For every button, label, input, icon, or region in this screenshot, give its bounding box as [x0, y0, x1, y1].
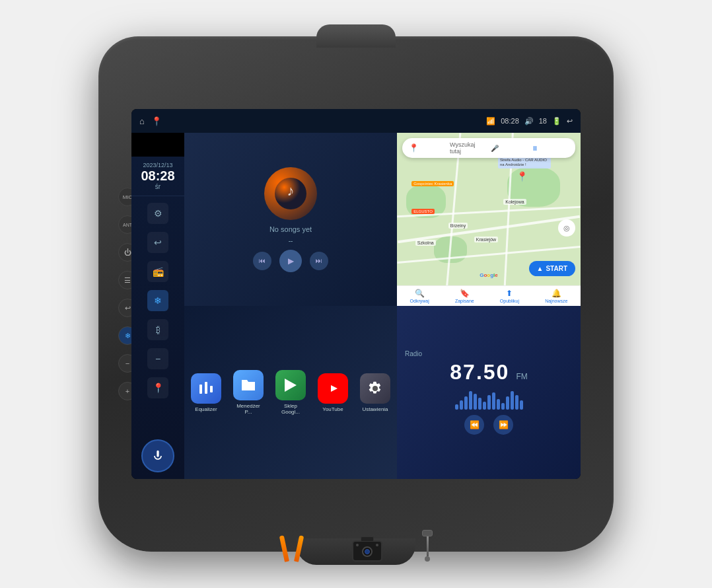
dash-text: --: [289, 237, 293, 244]
radio-label: Radio: [405, 350, 422, 357]
screen: ⌂ 📍 📶 08:28 🔊 18 🔋 ↩ 2023/12/13 08:28 śr: [131, 109, 581, 479]
sidebar-location-btn[interactable]: 📍: [147, 377, 168, 398]
prev-button[interactable]: ⏮: [253, 252, 271, 270]
sidebar-voldown-btn[interactable]: −: [147, 348, 168, 369]
radio-band: FM: [516, 372, 527, 381]
app-equalizer-icon: [191, 373, 221, 404]
left-sidebar: 2023/12/13 08:28 śr ⚙ ↩ 📻 ❄ ₿ − 📍: [131, 157, 184, 479]
map-bottom-nav: 🔍 Odkrywaj 🔖 Zapisane ⬆ Opublikuj: [397, 285, 581, 306]
play-button[interactable]: ▶: [279, 250, 302, 272]
map-nav-odkrywaj[interactable]: 🔍 Odkrywaj: [410, 289, 429, 303]
battery-icon: 🔋: [552, 117, 561, 126]
map-background: Gospciniec Krasienka ELGUSTO Brzeiny Szk…: [397, 133, 581, 306]
next-button[interactable]: ⏭: [310, 252, 328, 270]
radio-prev-button[interactable]: ⏪: [464, 415, 484, 435]
map-pause-icon[interactable]: ⏸: [532, 145, 569, 152]
map-search-bar[interactable]: 📍 Wyszukaj tutaj 🎤 ⏸: [402, 138, 575, 158]
wifi-icon: 📶: [486, 117, 495, 126]
sidebar-settings-btn[interactable]: ⚙: [147, 203, 168, 224]
map-start-button[interactable]: ▲ START: [529, 261, 576, 276]
svg-text:♪: ♪: [287, 182, 295, 198]
radio-panel: Radio 87.50 FM ⏪ ⏩: [397, 306, 581, 479]
map-road-v1: [445, 133, 462, 305]
svg-point-8: [373, 386, 378, 391]
map-location-label: Strefa Audio - CAR AUDIO na Androidzie !: [498, 157, 551, 169]
app-files-icon: [233, 370, 264, 400]
svg-rect-3: [205, 382, 207, 394]
back-icon[interactable]: ↩: [567, 117, 573, 126]
app-equalizer[interactable]: Equalizer: [191, 373, 221, 412]
svg-rect-4: [210, 386, 213, 392]
home-icon[interactable]: ⌂: [139, 116, 145, 126]
app-youtube-label: YouTube: [322, 406, 343, 412]
app-settings-label: Ustawienia: [362, 406, 388, 412]
app-settings[interactable]: Ustawienia: [360, 373, 390, 412]
map-label-krasiejow: Krasiejów: [474, 237, 498, 242]
volume-level: 18: [539, 117, 547, 125]
app-youtube-icon: [318, 373, 348, 404]
radio-wave-display: [455, 390, 523, 410]
map-search-text: Wyszukaj tutaj: [450, 141, 487, 155]
main-grid: ♪ No songs yet -- ⏮ ▶ ⏭: [184, 133, 581, 479]
status-bar: ⌂ 📍 📶 08:28 🔊 18 🔋 ↩: [131, 109, 581, 133]
volume-icon: 🔊: [524, 117, 534, 126]
status-right: 📶 08:28 🔊 18 🔋 ↩: [486, 117, 573, 126]
sidebar-snow-btn[interactable]: ❄: [147, 290, 168, 311]
app-play-label: Sklep Googl...: [275, 403, 306, 415]
datetime-block: 2023/12/13 08:28 śr: [131, 157, 184, 196]
app-play-icon: [275, 370, 306, 400]
map-mic-icon[interactable]: 🎤: [491, 145, 528, 152]
music-panel: ♪ No songs yet -- ⏮ ▶ ⏭: [184, 133, 397, 306]
app-play-store[interactable]: Sklep Googl...: [275, 370, 306, 415]
radio-next-button[interactable]: ⏩: [493, 415, 513, 435]
sidebar-bluetooth-btn[interactable]: ₿: [147, 319, 168, 340]
sidebar-icons: ⚙ ↩ 📻 ❄ ₿ − 📍: [147, 196, 168, 405]
status-time: 08:28: [501, 117, 519, 125]
map-location-button[interactable]: ◎: [558, 219, 575, 237]
status-left: ⌂ 📍: [139, 116, 162, 126]
map-panel[interactable]: Gospciniec Krasienka ELGUSTO Brzeiny Szk…: [397, 133, 581, 306]
connector-cable-accessory: [422, 530, 433, 562]
day-display: śr: [134, 183, 182, 190]
map-nav-opublikuj[interactable]: ⬆ Opublikuj: [500, 289, 519, 303]
voice-button[interactable]: [141, 439, 174, 472]
maps-icon[interactable]: 📍: [151, 116, 162, 126]
svg-marker-5: [285, 379, 297, 392]
svg-rect-2: [199, 385, 202, 394]
app-settings-icon: [360, 373, 390, 404]
radio-freq-row: 87.50 FM: [450, 360, 527, 385]
sidebar-back-btn[interactable]: ↩: [147, 232, 168, 253]
sidebar-radio-btn[interactable]: 📻: [147, 261, 168, 282]
google-logo: Google: [480, 272, 498, 278]
date-display: 2023/12/13: [134, 162, 182, 168]
map-nav-najnowsze[interactable]: 🔔 Najnowsze: [545, 289, 567, 303]
no-songs-text: No songs yet: [269, 225, 312, 233]
app-files[interactable]: Menedżer P...: [233, 370, 264, 415]
app-files-label: Menedżer P...: [233, 403, 264, 415]
apps-panel: Equalizer Menedżer P...: [184, 306, 397, 479]
map-label-brzeiny: Brzeiny: [448, 223, 468, 229]
radio-controls: ⏪ ⏩: [464, 415, 513, 435]
app-equalizer-label: Equalizer: [195, 406, 217, 412]
time-display: 08:28: [134, 168, 182, 183]
map-label-elgusto: ELGUSTO: [411, 209, 435, 214]
rear-camera-accessory: [352, 540, 382, 562]
map-label-szkola: Szkolna: [415, 240, 436, 246]
car-head-unit: MIC ANT ⏻ ☰ ↩ ❄ − + ⌂ 📍 📶 08:28 🔊 18: [98, 36, 614, 552]
map-nav-zapisane[interactable]: 🔖 Zapisane: [455, 289, 474, 303]
pry-tools-accessory: [279, 535, 312, 562]
radio-frequency: 87.50: [450, 360, 509, 385]
map-blue-pin: 📍: [516, 171, 528, 182]
map-label-kolejowa: Kolejowa: [503, 199, 526, 205]
album-art: ♪: [264, 167, 317, 220]
app-youtube[interactable]: YouTube: [318, 373, 348, 412]
map-label-goscieniec: Gospciniec Krasienka: [411, 181, 454, 186]
music-controls: ⏮ ▶ ⏭: [253, 250, 328, 272]
apps-grid: Equalizer Menedżer P...: [191, 370, 390, 415]
